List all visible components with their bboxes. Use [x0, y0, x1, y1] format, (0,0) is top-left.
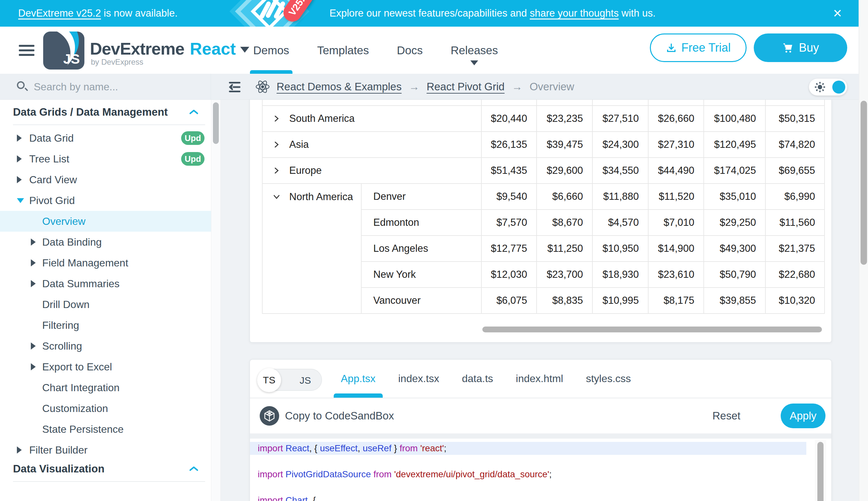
sidebar-item-export-to-excel[interactable]: Export to Excel [0, 356, 211, 377]
chevron-down-icon[interactable] [470, 61, 478, 65]
chevron-up-icon[interactable] [189, 109, 199, 115]
code-scrollbar-thumb[interactable] [817, 442, 824, 501]
sidebar-item-data-binding[interactable]: Data Binding [0, 232, 211, 253]
copy-to-codesandbox-button[interactable]: Copy to CodeSandBox [285, 398, 394, 434]
nav-item-releases[interactable]: Releases [451, 26, 498, 74]
value-cell: $51,435 [481, 158, 537, 183]
reset-button[interactable]: Reset [713, 398, 740, 434]
code-scrollbar[interactable] [815, 440, 826, 501]
search-input[interactable]: Search by name... [34, 81, 118, 93]
value-cell: $44,490 [648, 158, 704, 183]
nav-item-demos[interactable]: Demos [253, 26, 289, 74]
brand-byline: by DevExpress [91, 57, 143, 67]
sun-icon [814, 81, 826, 93]
tab-data-ts[interactable]: data.ts [462, 360, 493, 398]
sidebar-item-data-grid[interactable]: Data GridUpd [0, 128, 211, 149]
row-label[interactable]: South America [262, 106, 481, 131]
breadcrumb-react-demos-examples[interactable]: React Demos & Examples [277, 81, 402, 93]
sidebar-scrollbar-thumb[interactable] [213, 102, 219, 144]
code-token: useEffect [320, 443, 358, 453]
expand-collapse-icon[interactable] [272, 166, 281, 175]
buy-button[interactable]: Buy [754, 33, 847, 62]
page-scrollbar-thumb[interactable] [860, 101, 867, 265]
code-line[interactable]: import PivotGridDataSource from 'devextr… [250, 468, 831, 481]
expand-collapse-icon[interactable] [272, 140, 281, 149]
expand-collapse-icon[interactable] [272, 193, 281, 201]
tab-styles-css[interactable]: styles.css [586, 360, 631, 398]
code-line[interactable] [250, 455, 831, 468]
sidebar-item-customization[interactable]: Customization [0, 398, 211, 419]
devextreme-js-logo[interactable]: JS [43, 32, 85, 70]
tab-index-tsx[interactable]: index.tsx [398, 360, 439, 398]
chevron-up-icon[interactable] [189, 466, 199, 472]
theme-toggle[interactable] [809, 79, 847, 96]
tab-index-html[interactable]: index.html [516, 360, 563, 398]
section-title: Data Visualization [13, 463, 105, 475]
share-thoughts-link[interactable]: share your thoughts [530, 8, 619, 19]
sidebar-item-card-view[interactable]: Card View [0, 169, 211, 190]
nav-item-docs[interactable]: Docs [397, 26, 422, 74]
main-header: JS DevExtreme React by DevExpress DemosT… [0, 26, 859, 74]
code-token: 'devextreme/ui/pivot_grid/data_source' [394, 469, 549, 479]
sidebar-item-data-summaries[interactable]: Data Summaries [0, 273, 211, 294]
hamburger-menu-icon[interactable] [19, 45, 34, 56]
sidebar-item-label: Data Binding [42, 236, 102, 248]
value-cell: $50,315 [766, 106, 824, 131]
code-line[interactable]: import Chart, { [250, 494, 831, 501]
sidebar-item-tree-list[interactable]: Tree ListUpd [0, 149, 211, 169]
table-row-south-america: South America$20,440$23,235$27,510$26,66… [262, 106, 824, 131]
sidebar-item-pivot-grid[interactable]: Pivot Grid [0, 190, 211, 211]
demo-content: South America$20,440$23,235$27,510$26,66… [221, 100, 859, 501]
tab-app-tsx[interactable]: App.tsx [341, 360, 376, 398]
platform-dropdown-caret[interactable] [240, 47, 249, 53]
sidebar-item-state-persistence[interactable]: State Persistence [0, 419, 211, 440]
row-label[interactable]: Europe [262, 158, 481, 183]
nav-item-templates[interactable]: Templates [317, 26, 369, 74]
breadcrumb-react-pivot-grid[interactable]: React Pivot Grid [427, 81, 504, 93]
code-token: useRef [363, 443, 392, 453]
chevron-right-icon [17, 155, 22, 162]
page-scrollbar[interactable] [859, 0, 868, 501]
sidebar-item-filtering[interactable]: Filtering [0, 315, 211, 335]
row-label[interactable]: Asia [262, 131, 481, 158]
row-label[interactable]: North America [262, 183, 361, 313]
section-header-data-visualization[interactable]: Data Visualization [0, 460, 211, 477]
code-token: ; [444, 443, 447, 453]
code-separator [250, 434, 831, 439]
code-editor[interactable]: import React, { useEffect, useRef } from… [250, 439, 831, 501]
sidebar-item-overview[interactable]: Overview [0, 211, 211, 232]
sidebar-item-filter-builder[interactable]: Filter Builder [0, 440, 211, 460]
close-icon[interactable]: × [827, 3, 848, 23]
sidebar-search[interactable]: Search by name... [0, 74, 211, 100]
code-line[interactable] [250, 481, 831, 494]
code-token: Chart [286, 495, 308, 501]
value-cell: $12,775 [481, 236, 537, 262]
expand-collapse-icon[interactable] [272, 114, 281, 123]
js-toggle-label[interactable]: JS [300, 370, 311, 392]
apply-button[interactable]: Apply [781, 404, 825, 428]
section-header-data-grids-data-management[interactable]: Data Grids / Data Management [0, 104, 211, 120]
value-cell: $50,790 [704, 262, 766, 288]
ts-js-toggle[interactable]: TS JS [257, 369, 322, 391]
codesandbox-icon[interactable] [260, 406, 279, 426]
free-trial-button[interactable]: Free Trial [650, 33, 747, 62]
code-token: from [373, 469, 394, 479]
sidebar-scrollbar[interactable] [211, 100, 221, 501]
ts-toggle-knob[interactable]: TS [257, 368, 281, 392]
value-cell: $26,135 [481, 131, 537, 158]
table-horizontal-scrollbar[interactable] [482, 327, 822, 332]
sidebar-item-field-management[interactable]: Field Management [0, 253, 211, 273]
banner-version-link[interactable]: DevExtreme v25.2 [18, 8, 101, 19]
collapse-sidebar-icon[interactable] [227, 79, 242, 95]
sidebar-item-drill-down[interactable]: Drill Down [0, 294, 211, 315]
table-row-partial [262, 100, 824, 106]
nav-item-label: Releases [451, 44, 498, 57]
sidebar-item-scrolling[interactable]: Scrolling [0, 335, 211, 356]
section-divider [13, 481, 205, 482]
sidebar-item-chart-integration[interactable]: Chart Integration [0, 377, 211, 398]
brand-title: DevExtreme [90, 39, 184, 58]
section-title: Data Grids / Data Management [13, 106, 168, 118]
chevron-right-icon [31, 259, 36, 266]
file-tabs: App.tsxindex.tsxdata.tsindex.htmlstyles.… [341, 360, 631, 398]
code-line[interactable]: import React, { useEffect, useRef } from… [250, 442, 806, 455]
